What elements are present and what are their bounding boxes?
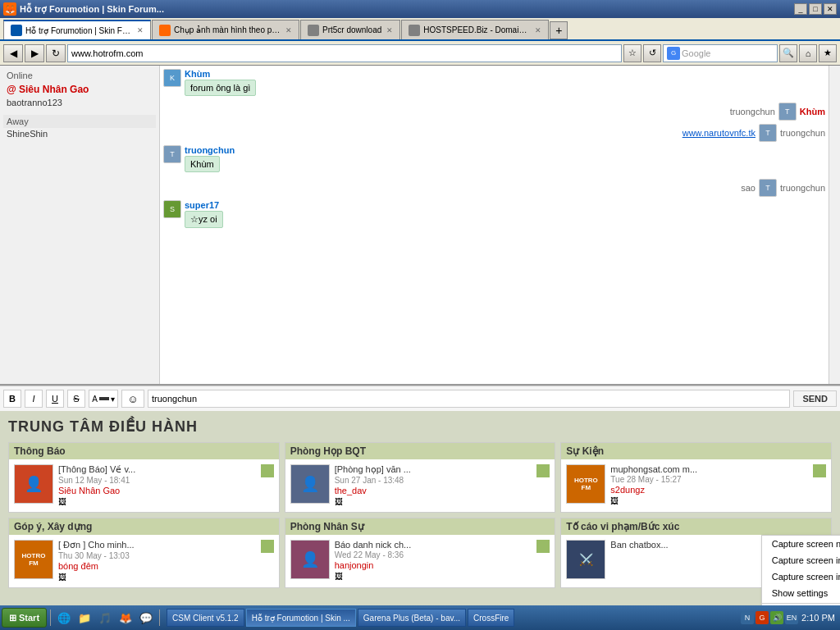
msg-content-1: Khùm forum ông là gì — [185, 69, 256, 96]
tab-2[interactable]: Prt5cr download ✕ — [300, 20, 400, 39]
avatar-khum: K — [163, 69, 181, 87]
forum-card-4: Phòng Nhân Sự 👤 Báo danh nick ch... Wed … — [285, 518, 556, 588]
taskbar: ⊞ Start 🌐 📁 🎵 🦊 💬 CSM Client v5.1.2 Hỗ t… — [0, 605, 840, 630]
strikethrough-button[interactable]: S — [67, 390, 85, 408]
forum-post-author-1[interactable]: the_dav — [335, 486, 532, 495]
author-icon-0: 🖼 — [58, 497, 66, 506]
tab-1[interactable]: Chụp ảnh màn hình theo phong... ✕ — [152, 20, 299, 39]
context-item-1[interactable]: Capture screen in 5sec — [762, 552, 840, 568]
maximize-button[interactable]: □ — [809, 3, 822, 15]
context-item-3[interactable]: Show settings — [762, 585, 840, 601]
tab-favicon-2 — [308, 25, 319, 36]
tab-close-3[interactable]: ✕ — [535, 26, 541, 34]
forum-card-1: Phòng Họp BQT 👤 [Phòng họp] văn ... Sun … — [285, 442, 556, 513]
taskbar-app-3[interactable]: CrossFire — [468, 609, 514, 627]
forum-post-title-2[interactable]: muphongsat.com m... — [610, 464, 808, 474]
chat-sidebar: Online @ Siêu Nhân Gao baotranno123 Away… — [0, 66, 160, 384]
forum-card-3: Góp ý, Xây dựng HOTROFM [ Đơn ] Cho minh… — [8, 518, 280, 588]
tab-close-0[interactable]: ✕ — [137, 26, 144, 34]
title-bar-text: Hỗ trợ Forumotion | Skin Forum... — [20, 4, 164, 15]
msg-right-name-2: truongchun — [780, 128, 825, 138]
forum-post-author-2[interactable]: s2dungz — [610, 485, 808, 495]
forum-card-icon-1 — [536, 464, 550, 477]
forum-card-header-0: Thông Báo — [9, 443, 279, 459]
taskbar-media-icon[interactable]: 🎵 — [95, 608, 115, 628]
send-button[interactable]: SEND — [793, 390, 837, 407]
forum-info-4: Báo danh nick ch... Wed 22 May - 8:36 ha… — [335, 540, 532, 582]
google-icon: G — [667, 47, 680, 60]
forum-post-date-1: Sun 27 Jan - 13:48 — [335, 476, 532, 485]
msg-right-label-1: truongchun — [730, 107, 775, 116]
bookmark-icon[interactable]: ★ — [819, 44, 837, 62]
forum-post-author-4[interactable]: hanjongin — [335, 560, 532, 570]
msg-right-name-3: truongchun — [780, 183, 825, 193]
context-item-2[interactable]: Capture screen in 30sec — [762, 568, 840, 585]
tab-favicon-0 — [11, 25, 22, 36]
forum-post-title-3[interactable]: [ Đơn ] Cho minh... — [58, 540, 256, 550]
underline-button[interactable]: U — [46, 390, 64, 408]
tray-icon-2[interactable]: 🔊 — [770, 611, 783, 624]
tray-icon-3[interactable]: EN — [785, 611, 798, 624]
tray-icon-1[interactable]: G — [756, 611, 769, 624]
forum-post-title-0[interactable]: [Thông Báo] Về v... — [58, 464, 256, 475]
start-button[interactable]: ⊞ Start — [2, 608, 47, 628]
new-tab-button[interactable]: + — [550, 21, 568, 39]
forum-img-0: 👤 — [14, 464, 53, 504]
taskbar-app-1[interactable]: Hỗ trợ Forumotion | Skin ... — [246, 609, 356, 627]
search-button[interactable]: 🔍 — [779, 44, 797, 62]
tab-0[interactable]: Hỗ trợ Forumotion | Skin Forum... ✕ — [3, 20, 151, 39]
address-bar[interactable]: www.hotrofm.com — [67, 44, 622, 62]
forum-post-title-1[interactable]: [Phòng họp] văn ... — [335, 464, 532, 475]
tray-icon-0[interactable]: N — [741, 611, 754, 624]
taskbar-chat-icon[interactable]: 💬 — [136, 608, 156, 628]
back-button[interactable]: ◀ — [3, 44, 23, 62]
taskbar-firefox-icon[interactable]: 🦊 — [116, 608, 135, 628]
context-item-0[interactable]: Capture screen now! — [762, 536, 840, 552]
tab-close-1[interactable]: ✕ — [285, 26, 292, 34]
forum-card-header-4: Phòng Nhân Sự — [285, 518, 555, 535]
taskbar-app-2[interactable]: Garena Plus (Beta) - bav... — [358, 609, 466, 627]
reload-button[interactable]: ↻ — [46, 44, 66, 62]
color-label: A — [92, 395, 98, 404]
forum-info-1: [Phòng họp] văn ... Sun 27 Jan - 13:48 t… — [335, 464, 532, 507]
forum-post-author-0[interactable]: Siêu Nhân Gao — [58, 486, 256, 495]
close-button[interactable]: ✕ — [824, 3, 837, 15]
context-divider — [762, 603, 840, 604]
taskbar-ie-icon[interactable]: 🌐 — [54, 608, 74, 628]
forum-card-body-3: HOTROFM [ Đơn ] Cho minh... Thu 30 May -… — [14, 540, 274, 582]
taskbar-app-0[interactable]: CSM Client v5.1.2 — [167, 609, 244, 627]
tab-bar: Hỗ trợ Forumotion | Skin Forum... ✕ Chụp… — [0, 18, 840, 41]
minimize-button[interactable]: _ — [794, 3, 807, 15]
tab-label-1: Chụp ảnh màn hình theo phong... — [174, 25, 281, 34]
chat-scrollbar[interactable] — [829, 66, 840, 384]
online-label: Online — [3, 69, 156, 82]
chat-input[interactable] — [148, 390, 790, 408]
search-bar[interactable]: G Google — [663, 44, 778, 62]
star-icon[interactable]: ☆ — [623, 44, 641, 62]
forum-card-icon-0 — [261, 464, 274, 477]
tab-close-2[interactable]: ✕ — [386, 26, 393, 34]
taskbar-folder-icon[interactable]: 📁 — [75, 608, 94, 628]
italic-button[interactable]: I — [25, 390, 43, 408]
tab-3[interactable]: HOSTSPEED.Biz - Domains Chea... ✕ — [401, 20, 549, 39]
forum-post-title-4[interactable]: Báo danh nick ch... — [335, 540, 532, 550]
forum-card-body-2: HOTROFM muphongsat.com m... Tue 28 May -… — [566, 464, 826, 506]
bold-button[interactable]: B — [3, 390, 21, 408]
color-button[interactable]: A ▾ — [89, 390, 118, 408]
msg-sender-3: super17 — [185, 200, 223, 210]
chat-message-1: K Khùm forum ông là gì — [163, 69, 825, 96]
refresh-icon[interactable]: ↺ — [643, 44, 661, 62]
forum-card-header-5: Tố cáo vi phạm/Bức xúc — [561, 518, 831, 535]
author-icon-2: 🖼 — [610, 496, 619, 505]
msg-link[interactable]: www.narutovnfc.tk — [682, 128, 756, 138]
forward-button[interactable]: ▶ — [25, 44, 44, 62]
home-icon[interactable]: ⌂ — [799, 44, 817, 62]
color-swatch — [99, 397, 109, 400]
taskbar-separator-2 — [159, 609, 160, 626]
tab-label-3: HOSTSPEED.Biz - Domains Chea... — [423, 25, 530, 34]
forum-post-date-2: Tue 28 May - 15:27 — [610, 475, 808, 484]
forum-post-author-3[interactable]: bóng đêm — [58, 561, 256, 571]
online-user-link[interactable]: @ Siêu Nhân Gao — [3, 82, 156, 97]
msg-row-2: T truongchun Khùm — [163, 145, 825, 172]
smiley-button[interactable]: ☺ — [121, 390, 144, 408]
